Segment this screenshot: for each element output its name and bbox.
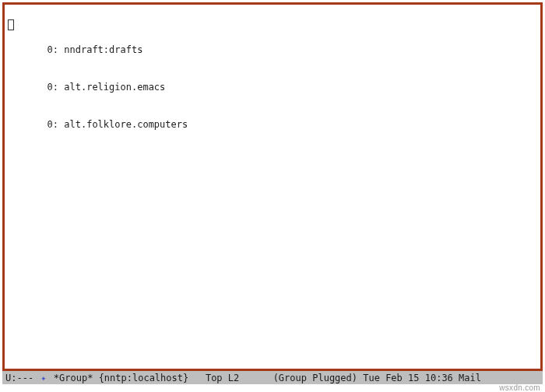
separator: : <box>53 44 64 55</box>
window-border: 0: nndraft:drafts 0: alt.religion.emacs … <box>2 2 543 371</box>
group-name: alt.religion.emacs <box>64 82 165 93</box>
unread-count: 0 <box>47 119 53 130</box>
mode-line[interactable]: U:--- ✦ *Group* {nntp:localhost} Top L2 … <box>2 371 543 384</box>
mode-server: {nntp:localhost} <box>99 373 189 383</box>
group-buffer[interactable]: 0: nndraft:drafts 0: alt.religion.emacs … <box>5 5 540 369</box>
mode-tail: Mail <box>459 373 481 383</box>
mode-position: Top <box>206 373 223 383</box>
unread-count: 0 <box>47 82 53 93</box>
separator: : <box>53 82 64 93</box>
mode-status: U:--- <box>5 373 39 383</box>
group-name: alt.folklore.computers <box>64 119 188 130</box>
group-line[interactable]: 0: nndraft:drafts <box>8 44 537 56</box>
mode-minor: (Group Plugged) <box>273 373 357 383</box>
group-line[interactable]: 0: alt.folklore.computers <box>8 118 537 131</box>
mode-spacer <box>188 373 206 383</box>
mode-buffer-name: *Group* <box>48 373 99 383</box>
mode-spacer <box>239 373 272 383</box>
mode-time: Tue Feb 15 10:36 <box>357 373 459 383</box>
mode-line-number: L2 <box>223 373 240 383</box>
unread-count: 0 <box>47 44 53 55</box>
separator: : <box>53 119 64 130</box>
group-line[interactable]: 0: alt.religion.emacs <box>8 81 537 93</box>
gnus-icon: ✦ <box>39 373 47 383</box>
text-cursor <box>8 19 14 30</box>
emacs-frame: 0: nndraft:drafts 0: alt.religion.emacs … <box>0 0 545 392</box>
group-name: nndraft:drafts <box>64 44 142 55</box>
watermark: wsxdn.com <box>499 383 540 392</box>
